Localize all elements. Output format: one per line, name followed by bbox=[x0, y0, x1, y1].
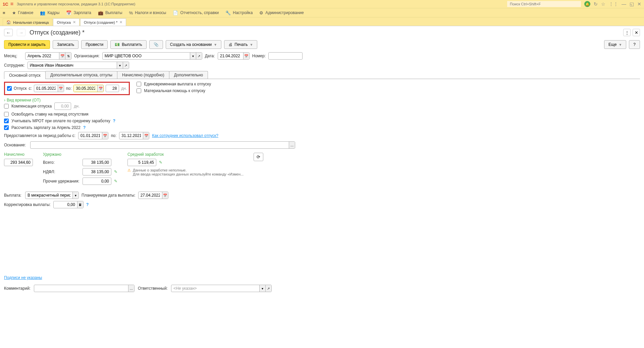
date-field[interactable]: 📅 bbox=[218, 52, 250, 60]
bell-icon[interactable]: 🔔 bbox=[584, 1, 590, 7]
plan-date-input[interactable] bbox=[139, 192, 162, 199]
period-to-field[interactable]: 📅 bbox=[119, 132, 149, 139]
maximize-icon[interactable]: ◱ bbox=[630, 1, 634, 7]
tab-vacation-create[interactable]: Отпуск (создание) * ✕ bbox=[80, 18, 126, 26]
pay-button[interactable]: 💵Выплатить bbox=[110, 40, 147, 49]
accrued-input[interactable] bbox=[4, 159, 33, 166]
dropdown-icon[interactable]: ▾ bbox=[117, 62, 123, 69]
tab-vacations[interactable]: Отпуска ✕ bbox=[53, 18, 79, 26]
free-rate-checkbox[interactable] bbox=[4, 112, 9, 117]
period-to-input[interactable] bbox=[119, 132, 143, 139]
calc-salary-checkbox[interactable] bbox=[4, 125, 9, 130]
time-type-toggle[interactable]: ›Вид времени (ОТ) bbox=[4, 98, 640, 102]
hamburger-icon[interactable]: ≡ bbox=[10, 1, 13, 7]
corr-input[interactable] bbox=[54, 201, 77, 208]
ndfl-input[interactable] bbox=[83, 168, 111, 176]
dropdown-icon[interactable]: ▾ bbox=[259, 285, 265, 292]
period-from-input[interactable] bbox=[78, 132, 102, 139]
subtab-additional[interactable]: Дополнительные отпуска, отгулы bbox=[45, 71, 117, 79]
print-button[interactable]: 🖨Печать▼ bbox=[224, 40, 257, 49]
open-icon[interactable]: ↗ bbox=[196, 53, 202, 59]
calendar-icon[interactable]: 📅 bbox=[162, 192, 168, 199]
close-icon[interactable]: ✕ bbox=[637, 1, 641, 7]
signatures-link[interactable]: Подписи не указаны bbox=[0, 273, 46, 283]
month-input[interactable] bbox=[25, 53, 59, 59]
calc-icon[interactable]: 🖩 bbox=[77, 201, 83, 208]
employee-field[interactable]: ▾ ↗ bbox=[28, 62, 129, 69]
more-button[interactable]: Еще▼ bbox=[604, 40, 626, 49]
responsible-field[interactable]: ▾ ↗ bbox=[171, 285, 272, 292]
settings-icon[interactable]: ⋮⋮ bbox=[609, 1, 618, 7]
onetime-checkbox[interactable] bbox=[137, 82, 141, 86]
open-icon[interactable]: ↗ bbox=[123, 62, 129, 69]
history-icon[interactable]: ↻ bbox=[594, 1, 598, 7]
nav-back-button[interactable]: ← bbox=[4, 29, 13, 36]
menu-toggle-icon[interactable]: ≡ bbox=[3, 10, 5, 15]
menu-taxes[interactable]: %Налоги и взносы bbox=[129, 10, 166, 15]
menu-salary[interactable]: 📅Зарплата bbox=[66, 10, 91, 15]
refresh-button[interactable]: ⟳ bbox=[254, 153, 263, 161]
help-icon[interactable]: ? bbox=[113, 119, 115, 123]
ellipsis-icon[interactable]: … bbox=[289, 142, 295, 148]
payout-input[interactable] bbox=[25, 192, 72, 199]
responsible-input[interactable] bbox=[171, 285, 259, 292]
close-icon[interactable]: ✕ bbox=[73, 20, 76, 24]
basis-input[interactable] bbox=[31, 142, 289, 148]
number-field[interactable] bbox=[268, 52, 303, 60]
org-field[interactable]: ▾ ↗ bbox=[102, 52, 202, 60]
ellipsis-icon[interactable]: … bbox=[128, 285, 134, 292]
calendar-icon[interactable]: 📅 bbox=[97, 85, 103, 92]
vacation-days-input[interactable] bbox=[106, 85, 119, 92]
plan-date-field[interactable]: 📅 bbox=[138, 192, 168, 199]
vacation-to-field[interactable]: 📅 bbox=[73, 85, 104, 92]
mrot-checkbox[interactable] bbox=[4, 119, 9, 123]
menu-payments[interactable]: 💼Выплаты bbox=[98, 10, 122, 15]
comp-days-field[interactable] bbox=[54, 102, 71, 110]
menu-main[interactable]: ★Главное bbox=[12, 10, 34, 15]
payout-select[interactable]: ▾ bbox=[25, 192, 79, 199]
month-field[interactable]: 📅 ⇅ bbox=[25, 52, 71, 60]
comment-input[interactable] bbox=[34, 285, 128, 292]
calendar-icon[interactable]: 📅 bbox=[243, 53, 249, 59]
help-icon[interactable]: ? bbox=[83, 125, 86, 130]
pencil-icon[interactable]: ✎ bbox=[114, 179, 117, 184]
how-used-link[interactable]: Как сотрудник использовал отпуск? bbox=[152, 133, 218, 138]
post-close-button[interactable]: Провести и закрыть bbox=[4, 40, 50, 49]
create-based-button[interactable]: Создать на основании▼ bbox=[166, 40, 221, 49]
calendar-icon[interactable]: 📅 bbox=[143, 132, 149, 139]
help-button[interactable]: ? bbox=[629, 40, 640, 49]
vacation-checkbox[interactable] bbox=[7, 86, 12, 91]
number-input[interactable] bbox=[269, 53, 302, 59]
subtab-accrued-detail[interactable]: Начислено (подробно) bbox=[117, 71, 169, 79]
comment-field[interactable]: … bbox=[34, 285, 135, 292]
calendar-icon[interactable]: 📅 bbox=[59, 53, 65, 59]
dropdown-icon[interactable]: ▾ bbox=[190, 53, 196, 59]
vacation-from-input[interactable] bbox=[34, 85, 58, 92]
open-icon[interactable]: ↗ bbox=[265, 285, 271, 292]
org-input[interactable] bbox=[103, 53, 190, 59]
withheld-total-input[interactable] bbox=[83, 159, 111, 166]
vacation-days-field[interactable] bbox=[106, 85, 119, 92]
options-button[interactable]: ⋮ bbox=[623, 29, 631, 36]
other-input[interactable] bbox=[83, 178, 111, 185]
vacation-from-field[interactable]: 📅 bbox=[34, 85, 64, 92]
date-input[interactable] bbox=[218, 53, 243, 59]
dropdown-icon[interactable]: ▾ bbox=[72, 192, 78, 199]
corr-field[interactable]: 🖩 bbox=[53, 201, 84, 208]
calendar-icon[interactable]: 📅 bbox=[58, 85, 64, 92]
star-icon[interactable]: ☆ bbox=[601, 1, 605, 7]
nav-forward-button[interactable]: → bbox=[17, 29, 25, 36]
attach-button[interactable]: 📎 bbox=[149, 40, 163, 49]
minimize-icon[interactable]: — bbox=[622, 1, 626, 7]
save-button[interactable]: Записать bbox=[53, 40, 78, 49]
tab-home[interactable]: 🏠 Начальная страница bbox=[3, 18, 52, 26]
avg-input[interactable] bbox=[127, 159, 156, 166]
search-input[interactable] bbox=[507, 1, 581, 7]
pencil-icon[interactable]: ✎ bbox=[114, 169, 117, 174]
close-icon[interactable]: ✕ bbox=[119, 20, 122, 24]
pencil-icon[interactable]: ✎ bbox=[159, 160, 162, 165]
menu-personnel[interactable]: 👥Кадры bbox=[40, 10, 59, 15]
menu-reports[interactable]: 📄Отчетность, справки bbox=[173, 10, 219, 15]
vacation-to-input[interactable] bbox=[74, 85, 97, 92]
compensation-checkbox[interactable] bbox=[4, 104, 9, 109]
